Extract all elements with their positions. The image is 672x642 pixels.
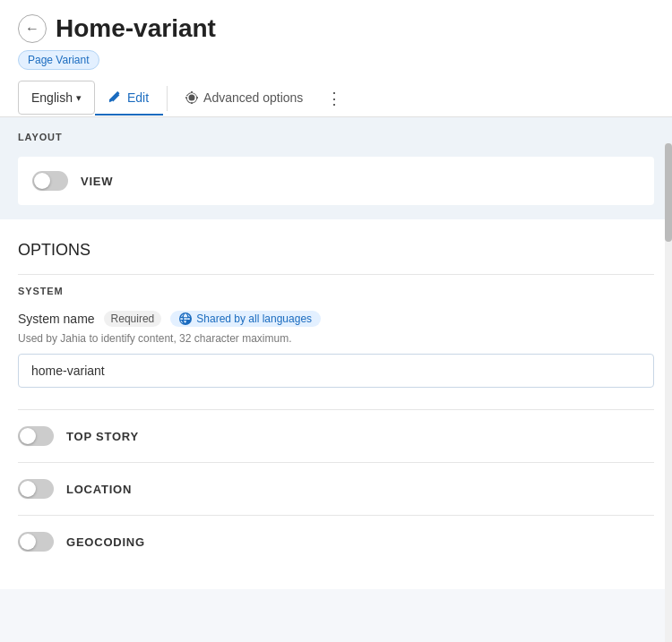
chevron-down-icon: ▾ bbox=[76, 92, 82, 104]
spacer bbox=[18, 388, 654, 409]
title-row: ← Home-variant bbox=[18, 14, 654, 43]
system-heading: SYSTEM bbox=[18, 286, 654, 296]
page-variant-badge-wrapper: Page Variant bbox=[18, 50, 654, 81]
system-name-input[interactable] bbox=[18, 354, 654, 388]
back-button[interactable]: ← bbox=[18, 14, 47, 43]
layout-content: VIEW bbox=[18, 157, 654, 205]
top-story-toggle-row: TOP STORY bbox=[18, 415, 654, 457]
page-header: ← Home-variant Page Variant English ▾ Ed… bbox=[0, 0, 672, 117]
geocoding-toggle-row: GEOCODING bbox=[18, 521, 654, 562]
location-toggle[interactable] bbox=[18, 479, 54, 499]
geocoding-toggle[interactable] bbox=[18, 532, 54, 552]
top-story-section: TOP STORY bbox=[18, 409, 654, 462]
top-story-label: TOP STORY bbox=[66, 430, 139, 443]
shared-badge-text: Shared by all languages bbox=[196, 312, 312, 325]
view-toggle[interactable] bbox=[32, 171, 68, 191]
required-badge: Required bbox=[104, 311, 162, 327]
geocoding-section: GEOCODING bbox=[18, 515, 654, 568]
scrollbar-track bbox=[665, 143, 672, 589]
options-heading: OPTIONS bbox=[18, 241, 654, 260]
location-label: LOCATION bbox=[66, 483, 132, 496]
scrollbar-thumb[interactable] bbox=[665, 143, 672, 242]
globe-icon bbox=[179, 312, 192, 325]
edit-icon bbox=[109, 91, 122, 104]
gear-icon bbox=[185, 91, 198, 104]
view-toggle-row: VIEW bbox=[32, 160, 640, 201]
tab-advanced-label: Advanced options bbox=[203, 90, 303, 105]
tab-divider bbox=[167, 86, 168, 111]
system-name-label: System name bbox=[18, 312, 95, 326]
section-divider-top bbox=[18, 274, 654, 275]
location-toggle-row: LOCATION bbox=[18, 468, 654, 509]
content-wrapper: LAYOUT VIEW OPTIONS SYSTEM System name R… bbox=[0, 117, 672, 589]
more-options-button[interactable]: ⋮ bbox=[317, 83, 351, 114]
tab-edit-label: Edit bbox=[127, 90, 149, 105]
language-tab[interactable]: English ▾ bbox=[18, 81, 95, 115]
tab-advanced[interactable]: Advanced options bbox=[171, 81, 317, 116]
geocoding-label: GEOCODING bbox=[66, 535, 145, 549]
view-toggle-label: VIEW bbox=[81, 175, 113, 188]
system-name-field-row: System name Required Shared by all langu… bbox=[18, 311, 654, 327]
tab-edit[interactable]: Edit bbox=[95, 81, 163, 116]
language-label: English bbox=[31, 90, 73, 105]
more-icon: ⋮ bbox=[326, 89, 342, 108]
layout-heading: LAYOUT bbox=[18, 132, 654, 142]
location-section: LOCATION bbox=[18, 462, 654, 515]
tabs-row: English ▾ Edit Advanced options ⋮ bbox=[18, 81, 654, 116]
field-hint: Used by Jahia to identify content, 32 ch… bbox=[18, 332, 654, 345]
top-story-toggle[interactable] bbox=[18, 426, 54, 446]
page-variant-badge: Page Variant bbox=[18, 50, 99, 70]
shared-badge: Shared by all languages bbox=[170, 311, 321, 327]
page-title: Home-variant bbox=[56, 14, 216, 43]
options-section: OPTIONS SYSTEM System name Required Shar… bbox=[0, 219, 672, 589]
layout-section: LAYOUT VIEW bbox=[0, 117, 672, 219]
